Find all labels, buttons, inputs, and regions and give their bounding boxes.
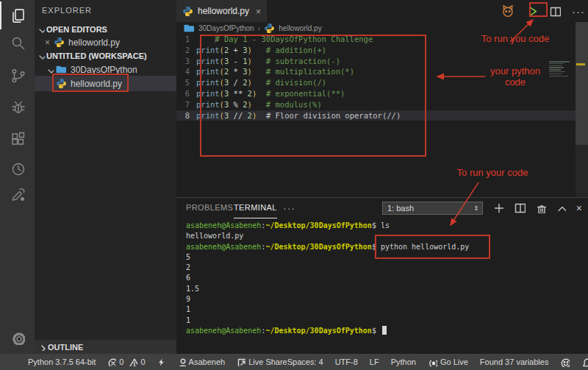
split-terminal-icon[interactable] [514,202,526,213]
code-text: # Day 1 - 30DaysOfPython Challenge [196,34,373,45]
code-line-5[interactable]: 5print(3 / 2) # division(/) [176,77,576,88]
kill-terminal-icon[interactable] [536,203,546,213]
breadcrumb-file[interactable]: helloworld.py [279,24,321,32]
status-0[interactable]: 0 [107,357,123,366]
warning-icon [129,357,137,366]
terminal-shell-select[interactable]: 1: bash [382,202,483,215]
chevron-down-icon [43,65,55,74]
minimap-marker [576,63,585,65]
status-found-37-variables[interactable]: Found 37 variables [480,357,549,366]
code-line-2[interactable]: 2print(2 + 3) # addition(+) [176,45,576,56]
python-icon [55,78,68,89]
scrollbar-thumb[interactable] [576,22,588,145]
minimap [549,61,573,77]
code-text: print(3 // 2) # Floor division operator(… [196,110,401,121]
python-icon [53,37,65,48]
line-number: 3 [176,56,196,67]
status-lightning-icon[interactable] [157,357,165,367]
line-number: 5 [176,77,196,88]
tree-file-helloworld[interactable]: helloworld.py [35,76,176,91]
breadcrumb: 30DaysOfPython › helloworld.py [176,22,588,34]
code-text: print(3 % 2) # modulus(%) [196,99,322,110]
gear-icon[interactable] [0,324,35,352]
maximize-panel-icon[interactable] [556,203,566,213]
status-utf-8[interactable]: UTF-8 [335,357,358,366]
status-asabeneh[interactable]: Asabeneh [177,357,226,366]
status-python[interactable]: Python [391,357,416,366]
code-line-3[interactable]: 3print(3 - 1) # subtraction(-) [176,56,576,67]
editor-actions: ··· [501,0,585,22]
search-icon[interactable] [0,29,35,57]
code-text: print(3 / 2) # division(/) [196,77,326,88]
broadcast-icon [428,357,437,367]
close-tab-icon[interactable]: × [256,6,261,17]
terminal-actions: × [493,198,582,218]
status-1[interactable]: 1 [581,357,588,367]
run-button[interactable] [526,5,539,18]
workspace-header[interactable]: UNTITLED (WORKSPACE) [35,49,176,63]
status-lf[interactable]: LF [370,357,379,366]
more-tabs-icon[interactable]: ··· [283,198,295,218]
time-icon[interactable] [0,154,35,182]
status-spaces-4[interactable]: Spaces: 4 [287,357,323,366]
python-icon [182,6,193,17]
code-text: print(2 * 3) # multiplication(*) [196,66,354,77]
line-number: 4 [176,66,196,77]
tab-problems[interactable]: PROBLEMS [186,198,233,218]
indent-guide [215,35,215,43]
code-line-1[interactable]: 1 # Day 1 - 30DaysOfPython Challenge [176,34,576,45]
terminal-output-line: 1 [186,305,469,315]
code-editor[interactable]: 1 # Day 1 - 30DaysOfPython Challenge2pri… [176,34,588,197]
status-0[interactable]: 0 [129,357,145,366]
extensions-icon[interactable] [0,125,35,153]
cat-icon[interactable] [501,4,515,18]
sidebar-title: EXPLORER [42,6,92,15]
tab-helloworld[interactable]: helloworld.py × [176,0,267,22]
breadcrumb-separator: › [258,24,261,32]
live-share-activity-icon[interactable] [0,180,35,208]
code-line-7[interactable]: 7print(3 % 2) # modulus(%) [176,99,576,110]
line-number: 7 [176,99,196,110]
tab-terminal[interactable]: TERMINAL [234,198,277,218]
status-live-share[interactable]: Live Share [237,357,287,366]
split-editor-icon[interactable] [550,6,561,17]
open-editors-header[interactable]: OPEN EDITORS [35,22,176,36]
close-icon[interactable]: × [42,38,53,48]
terminal-output[interactable]: asabeneh@Asabeneh:~/Desktop/30DaysOfPyth… [186,221,469,336]
terminal-prompt-line[interactable]: asabeneh@Asabeneh:~/Desktop/30DaysOfPyth… [186,326,469,336]
editor-group: helloworld.py × ··· 30DaysOfPython › hel… [176,0,588,354]
person-icon [177,357,186,366]
status-python-3-7-5-64-bit[interactable]: Python 3.7.5 64-bit [28,357,96,366]
code-text: print(3 - 1) # subtraction(-) [196,56,340,67]
terminal-output-line: 5 [186,252,469,263]
outline-header[interactable]: OUTLINE [35,340,176,354]
close-panel-icon[interactable]: × [576,202,582,214]
chevron-down-icon [35,25,46,33]
code-line-6[interactable]: 6print(3 ** 2) # exponential(**) [176,88,576,99]
python-icon [264,23,275,34]
folder-icon [184,23,195,34]
status-smiley-icon[interactable] [560,357,570,367]
breadcrumb-folder[interactable]: 30DaysOfPython [198,24,254,32]
panel-header: PROBLEMS TERMINAL ··· 1: bash × [176,198,588,218]
activity-bar [0,0,35,354]
new-terminal-icon[interactable] [493,202,504,213]
line-number: 8 [176,110,196,121]
debug-icon[interactable] [0,93,35,121]
bell-icon [581,357,588,367]
source-control-icon[interactable] [0,61,35,89]
open-editor-item[interactable]: × helloworld.py [35,35,176,49]
tree-folder-30daysofpython[interactable]: 30DaysOfPython [35,63,176,77]
terminal-command: ls [381,221,390,230]
more-actions-icon[interactable]: ··· [572,5,585,18]
code-line-8[interactable]: 8print(3 // 2) # Floor division operator… [176,110,576,121]
status-bar: Python 3.7.5 64-bit00AsabenehLive Share … [0,354,588,370]
chevron-down-icon [35,51,46,60]
select-arrows-icon [470,204,482,213]
status-go-live[interactable]: Go Live [428,357,468,367]
tab-bar: helloworld.py × ··· [176,0,588,22]
error-icon [107,357,116,366]
code-line-4[interactable]: 4print(2 * 3) # multiplication(*) [176,66,576,77]
files-icon[interactable] [0,1,35,29]
terminal-output-line: 1.5 [186,284,469,294]
